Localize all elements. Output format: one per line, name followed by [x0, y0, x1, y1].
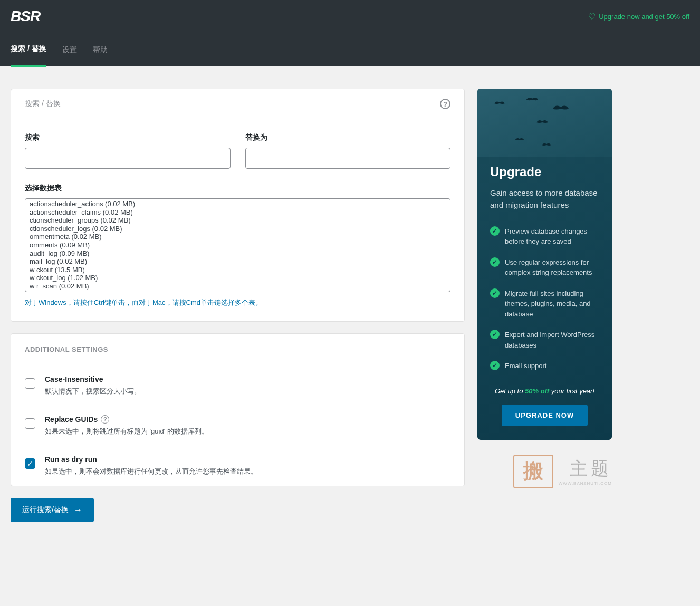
upgrade-heading: Upgrade [490, 165, 599, 179]
upgrade-card: Upgrade Gain access to more database and… [477, 89, 612, 440]
feature-text: Email support [505, 361, 546, 371]
heart-icon: ♡ [588, 12, 596, 22]
promo-post: your first year! [549, 387, 594, 395]
tables-select[interactable]: actionscheduler_actions (0.02 MB) action… [25, 198, 450, 292]
setting-checkbox[interactable] [25, 378, 35, 389]
replace-input[interactable] [245, 148, 451, 169]
search-field: 搜索 [25, 133, 231, 169]
panel-body: 搜索 替换为 选择数据表 actionscheduler_actions (0.… [11, 119, 464, 321]
feature-text: Migrate full sites including themes, plu… [505, 288, 599, 320]
header-nav: 搜索 / 替换 设置 帮助 [0, 33, 700, 66]
bird-icon [551, 102, 570, 115]
feature-text: Use regular expressions for complex stri… [505, 257, 599, 278]
arrow-right-icon: → [74, 505, 82, 515]
header-top: BSR ♡ Upgrade now and get 50% off [0, 0, 700, 33]
setting-row: ✓Run as dry run如果选中，则不会对数据库进行任何更改，从而允许您事… [11, 446, 464, 486]
tables-field: 选择数据表 actionscheduler_actions (0.02 MB) … [25, 184, 450, 307]
settings-list: Case-Insensitive默认情况下，搜索区分大小写。Replace GU… [11, 365, 464, 486]
additional-settings-panel: ADDITIONAL SETTINGS Case-Insensitive默认情况… [11, 333, 465, 486]
search-replace-panel: 搜索 / 替换 ? 搜索 替换为 选择数据表 [11, 89, 465, 322]
birds-illustration [477, 89, 612, 157]
bird-icon [541, 141, 552, 149]
table-option[interactable]: omments (0.09 MB) [26, 241, 449, 249]
left-column: 搜索 / 替换 ? 搜索 替换为 选择数据表 [11, 89, 465, 522]
watermark-seal: 搬 [513, 455, 553, 488]
check-icon: ✓ [490, 226, 500, 236]
select-hint: 对于Windows，请按住Ctrl键单击，而对于Mac，请按Cmd单击键选择多个… [25, 298, 450, 307]
feature-item: ✓Migrate full sites including themes, pl… [490, 288, 599, 320]
field-row: 搜索 替换为 [25, 133, 450, 169]
feature-text: Preview database changes before they are… [505, 226, 599, 247]
upgrade-link[interactable]: Upgrade now and get 50% off [599, 13, 689, 21]
search-input[interactable] [25, 148, 231, 169]
upgrade-sub: Gain access to more database and migrati… [490, 187, 599, 211]
search-label: 搜索 [25, 133, 231, 142]
upgrade-link-wrap: ♡ Upgrade now and get 50% off [588, 12, 689, 22]
promo-text: Get up to 50% off your first year! [490, 387, 599, 395]
tab-search-replace[interactable]: 搜索 / 替换 [11, 44, 46, 67]
replace-label: 替换为 [245, 133, 451, 142]
tab-settings[interactable]: 设置 [62, 45, 77, 66]
bird-icon [493, 99, 506, 108]
table-option[interactable]: mail_log (0.02 MB) [26, 257, 449, 266]
additional-heading: ADDITIONAL SETTINGS [11, 334, 464, 365]
check-icon: ✓ [490, 257, 500, 267]
promo-pre: Get up to [495, 387, 525, 395]
check-icon: ✓ [490, 330, 500, 339]
check-icon: ✓ [490, 361, 500, 370]
watermark-text: 主题 [559, 457, 612, 481]
feature-text: Export and import WordPress databases [505, 330, 599, 350]
panel-header: 搜索 / 替换 ? [11, 89, 464, 119]
table-option[interactable]: actionscheduler_actions (0.02 MB) [26, 200, 449, 208]
right-column: Upgrade Gain access to more database and… [477, 89, 612, 522]
bird-icon [525, 95, 540, 104]
promo-pct: 50% off [525, 387, 549, 395]
select-tables-label: 选择数据表 [25, 184, 450, 193]
feature-item: ✓Email support [490, 361, 599, 371]
check-icon: ✓ [490, 288, 500, 298]
feature-item: ✓Export and import WordPress databases [490, 330, 599, 350]
bird-icon [514, 136, 525, 143]
tab-help[interactable]: 帮助 [93, 45, 108, 66]
table-option[interactable]: w ckout_log (1.02 MB) [26, 274, 449, 282]
table-option[interactable]: w ckout (13.5 MB) [26, 266, 449, 274]
setting-checkbox[interactable]: ✓ [25, 458, 35, 469]
table-option[interactable]: ommentmeta (0.02 MB) [26, 233, 449, 241]
setting-title: Replace GUIDs? [45, 415, 208, 424]
bird-icon [535, 118, 549, 127]
features-list: ✓Preview database changes before they ar… [490, 226, 599, 371]
upgrade-now-button[interactable]: UPGRADE NOW [502, 405, 588, 426]
replace-field: 替换为 [245, 133, 451, 169]
setting-desc: 如果未选中，则将跳过所有标题为 'guid' 的数据库列。 [45, 427, 208, 436]
setting-desc: 默认情况下，搜索区分大小写。 [45, 387, 141, 396]
info-icon[interactable]: ? [101, 415, 109, 424]
watermark-sub: WWW.BANZHUTI.COM [559, 481, 612, 486]
run-button-label: 运行搜索/替换 [22, 505, 69, 515]
run-search-replace-button[interactable]: 运行搜索/替换 → [11, 498, 94, 522]
main-wrap: 搜索 / 替换 ? 搜索 替换为 选择数据表 [0, 66, 622, 544]
feature-item: ✓Preview database changes before they ar… [490, 226, 599, 247]
table-option[interactable]: ctionscheduler_groups (0.02 MB) [26, 216, 449, 225]
table-option[interactable]: audit_log (0.09 MB) [26, 249, 449, 258]
table-option[interactable]: ctionscheduler_logs (0.02 MB) [26, 225, 449, 233]
logo: BSR [11, 8, 40, 25]
setting-title: Case-Insensitive [45, 375, 141, 383]
help-icon[interactable]: ? [440, 99, 450, 109]
upgrade-content: Upgrade Gain access to more database and… [477, 165, 612, 426]
setting-title: Run as dry run [45, 455, 257, 464]
feature-item: ✓Use regular expressions for complex str… [490, 257, 599, 278]
setting-row: Replace GUIDs?如果未选中，则将跳过所有标题为 'guid' 的数据… [11, 406, 464, 446]
table-option[interactable]: w r_scan (0.02 MB) [26, 282, 449, 291]
panel-title: 搜索 / 替换 [25, 99, 61, 109]
setting-row: Case-Insensitive默认情况下，搜索区分大小写。 [11, 365, 464, 406]
table-option[interactable]: actionscheduler_claims (0.02 MB) [26, 208, 449, 217]
setting-checkbox[interactable] [25, 418, 35, 429]
setting-desc: 如果选中，则不会对数据库进行任何更改，从而允许您事先检查结果。 [45, 467, 257, 476]
watermark: 搬 主题 WWW.BANZHUTI.COM [477, 455, 612, 488]
